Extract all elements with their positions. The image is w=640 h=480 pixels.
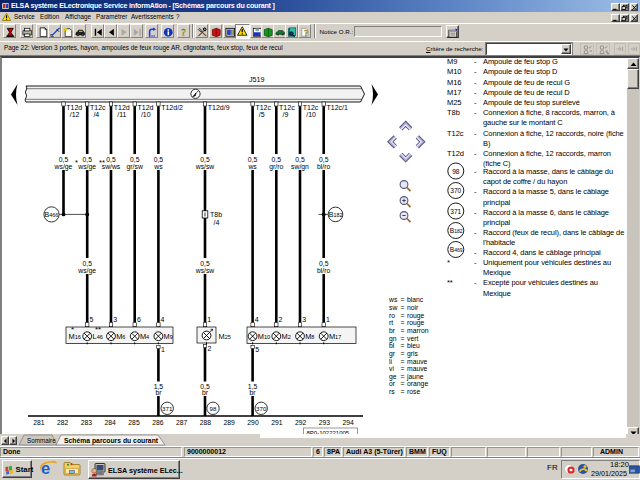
svg-text:2: 2 <box>208 345 212 352</box>
svg-text:bl/ro: bl/ro <box>317 163 330 170</box>
svg-text:M25: M25 <box>219 332 231 341</box>
svg-text:sw/gn: sw/gn <box>291 163 309 171</box>
svg-text:0,5: 0,5 <box>82 260 92 267</box>
svg-text:B469: B469 <box>450 246 463 253</box>
svg-text:0,5: 0,5 <box>319 156 329 163</box>
svg-text:285: 285 <box>128 419 140 426</box>
svg-text:284: 284 <box>105 419 117 426</box>
svg-text:M6: M6 <box>116 332 125 341</box>
svg-text:T12c: T12c <box>255 104 271 111</box>
svg-text:B182: B182 <box>329 211 343 218</box>
svg-text:T12c/1: T12c/1 <box>327 104 349 111</box>
svg-text:**: ** <box>99 158 105 167</box>
svg-text:ws/ge: ws/ge <box>77 267 96 275</box>
svg-text:Schéma parcours du courant: Schéma parcours du courant <box>64 437 159 445</box>
svg-text:*: * <box>75 158 78 167</box>
svg-text:5: 5 <box>89 316 93 323</box>
svg-text:0,5: 0,5 <box>106 156 116 163</box>
svg-text:0,5: 0,5 <box>154 156 164 163</box>
svg-text:294: 294 <box>343 419 355 426</box>
svg-text:/10: /10 <box>141 111 151 118</box>
svg-text:J519: J519 <box>249 75 265 84</box>
svg-text:T12d: T12d <box>114 104 130 111</box>
svg-text:1: 1 <box>207 316 211 323</box>
svg-text:98: 98 <box>452 168 460 175</box>
svg-text:ws/sw: ws/sw <box>195 163 215 170</box>
svg-text:T8b: T8b <box>210 211 222 218</box>
svg-text:B182: B182 <box>450 227 463 234</box>
svg-text:T12d/9: T12d/9 <box>208 104 230 111</box>
svg-text:371: 371 <box>162 405 173 412</box>
svg-text:371: 371 <box>450 208 461 215</box>
svg-text:0,5: 0,5 <box>295 156 305 163</box>
svg-text:1: 1 <box>326 316 330 323</box>
svg-text:5: 5 <box>255 346 259 353</box>
svg-text:289: 289 <box>224 419 236 426</box>
svg-text:**: ** <box>95 325 101 334</box>
svg-text:T12c: T12c <box>279 104 295 111</box>
svg-text:0,5: 0,5 <box>200 156 210 163</box>
svg-text:/4: /4 <box>93 111 99 118</box>
svg-text:br: br <box>202 389 209 396</box>
svg-text:1: 1 <box>161 346 165 353</box>
svg-text:0,5: 0,5 <box>82 156 92 163</box>
svg-text:287: 287 <box>176 419 188 426</box>
svg-text:4: 4 <box>161 316 165 323</box>
svg-text:gr/sw: gr/sw <box>127 163 143 171</box>
svg-text:0,5: 0,5 <box>248 156 258 163</box>
svg-text:ws: ws <box>247 163 257 170</box>
svg-text:M8: M8 <box>305 332 314 341</box>
svg-text:3: 3 <box>302 316 306 323</box>
svg-text:T12c: T12c <box>303 104 319 111</box>
svg-text:*: * <box>71 325 74 334</box>
svg-text:286: 286 <box>152 419 164 426</box>
svg-text:M17: M17 <box>329 332 341 341</box>
svg-text:98: 98 <box>210 405 217 412</box>
svg-text:3: 3 <box>113 316 117 323</box>
svg-text:/10: /10 <box>306 111 316 118</box>
svg-text:293: 293 <box>319 419 331 426</box>
svg-text:0,5: 0,5 <box>272 156 282 163</box>
svg-text:/4: /4 <box>214 219 220 226</box>
svg-text:T12d/2: T12d/2 <box>161 104 183 111</box>
svg-text:T12d: T12d <box>138 104 154 111</box>
svg-text:M2: M2 <box>282 332 291 341</box>
svg-text:/12: /12 <box>70 111 80 118</box>
svg-text:4: 4 <box>255 316 259 323</box>
svg-text:292: 292 <box>295 419 307 426</box>
svg-text:bl/ro: bl/ro <box>317 267 330 274</box>
svg-text:M4: M4 <box>140 332 149 341</box>
svg-text:T12c: T12c <box>90 104 106 111</box>
svg-text:/5: /5 <box>259 111 265 118</box>
svg-text:B466: B466 <box>45 211 59 218</box>
svg-text:ws: ws <box>153 163 163 170</box>
svg-text:0,5: 0,5 <box>59 156 69 163</box>
svg-text:288: 288 <box>200 419 212 426</box>
svg-text:283: 283 <box>81 419 93 426</box>
svg-text:/9: /9 <box>283 111 289 118</box>
svg-text:370: 370 <box>450 187 461 194</box>
svg-text:gr/ro: gr/ro <box>269 163 283 171</box>
svg-text:290: 290 <box>247 419 259 426</box>
svg-text:br: br <box>250 389 257 396</box>
svg-text:ws/sw: ws/sw <box>195 267 215 274</box>
svg-text:281: 281 <box>33 419 45 426</box>
svg-text:282: 282 <box>57 419 69 426</box>
svg-text:2: 2 <box>279 316 283 323</box>
svg-text:br: br <box>155 389 162 396</box>
svg-text:M9: M9 <box>164 332 173 341</box>
svg-text:0,5: 0,5 <box>319 260 329 267</box>
svg-text:/11: /11 <box>117 111 126 118</box>
svg-text:ws/ge: ws/ge <box>54 163 73 171</box>
svg-text:T12d: T12d <box>66 104 82 111</box>
svg-text:Sommaire: Sommaire <box>27 437 56 444</box>
svg-text:6: 6 <box>137 316 141 323</box>
svg-text:291: 291 <box>271 419 283 426</box>
svg-text:0,5: 0,5 <box>200 260 210 267</box>
svg-text:ws/ge: ws/ge <box>77 163 96 171</box>
svg-text:0,5: 0,5 <box>130 156 140 163</box>
svg-text:370: 370 <box>256 405 267 412</box>
svg-text:M10: M10 <box>258 332 270 341</box>
